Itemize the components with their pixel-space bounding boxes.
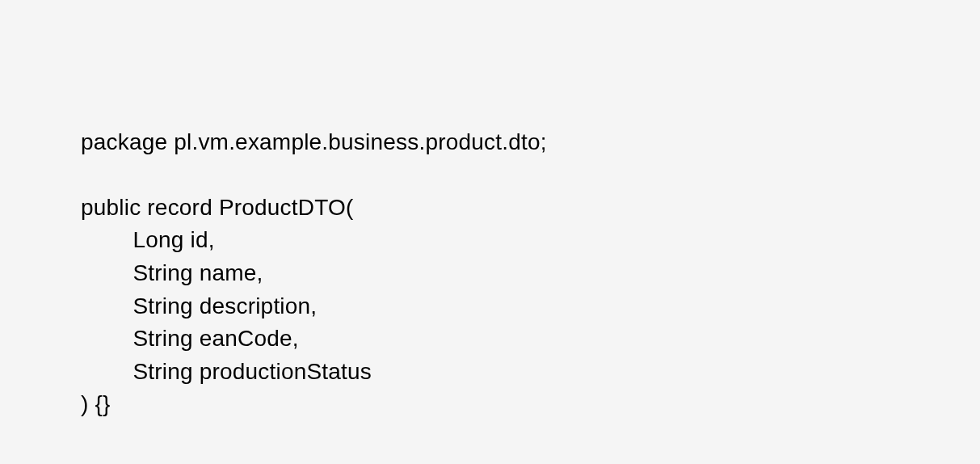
code-line-8: String productionStatus [132, 359, 372, 384]
code-snippet: package pl.vm.example.business.product.d… [81, 93, 899, 421]
code-line-4: Long id, [132, 227, 214, 252]
code-line-1: package pl.vm.example.business.product.d… [81, 129, 547, 154]
code-line-3: public record ProductDTO( [81, 195, 354, 220]
code-line-6: String description, [132, 293, 317, 318]
code-line-5: String name, [132, 260, 263, 285]
code-line-9: ) {} [81, 391, 111, 416]
code-line-7: String eanCode, [132, 326, 298, 351]
